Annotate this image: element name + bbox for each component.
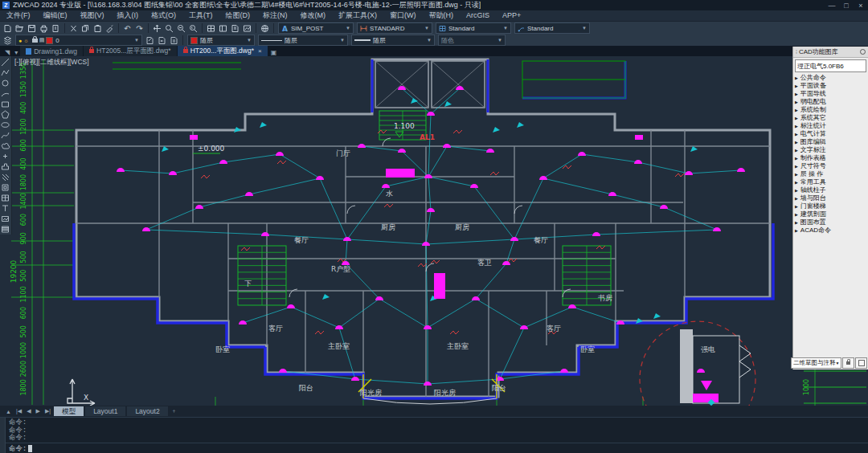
floor-plan-drawing[interactable]: ±0.000 1.100 AL1 19200 1000 X 门厅餐厅厨房厨房餐厅… <box>0 56 868 406</box>
panel-item[interactable]: ▶电气计算 <box>795 130 868 138</box>
library-select[interactable]: 理正电气5.0FB6 <box>795 59 866 72</box>
sheet-set-icon[interactable] <box>229 23 241 34</box>
quickview-icon[interactable]: ▲ <box>3 409 14 414</box>
workspace-switch-button[interactable] <box>855 357 867 369</box>
match-prop-icon[interactable] <box>104 23 116 34</box>
named-viewports-icon[interactable] <box>217 23 229 34</box>
layout-tab-layout1[interactable]: Layout1 <box>85 406 125 416</box>
close-button[interactable]: × <box>854 2 868 10</box>
menu-item[interactable]: ArcGIS <box>460 10 496 21</box>
copy-icon[interactable] <box>80 23 92 34</box>
new-document-icon[interactable]: ▣ <box>268 49 280 56</box>
circle-icon[interactable] <box>0 78 10 88</box>
panel-item[interactable]: ▶系统绘制 <box>795 106 868 114</box>
prev-layout-icon[interactable]: ◀ <box>24 408 33 414</box>
globe-icon[interactable] <box>259 23 271 34</box>
layer-combo[interactable]: ● ☼ ▤ 0 ▼ <box>15 35 142 46</box>
dim-style-combo[interactable]: STANDARD ▼ <box>357 22 432 34</box>
zoom-realtime-icon[interactable] <box>163 23 175 34</box>
mtext-icon[interactable] <box>0 203 10 214</box>
rectangle-icon[interactable] <box>0 99 10 109</box>
document-tab[interactable]: HT2005...层平面图.dwg* <box>84 46 177 56</box>
redo-icon[interactable]: ↷ <box>133 23 145 34</box>
paste-icon[interactable] <box>92 23 104 34</box>
revcloud-icon[interactable] <box>0 141 10 151</box>
panel-item[interactable]: ▶门窗楼梯 <box>795 202 868 210</box>
tab-list-chevron-icon[interactable]: ▾ <box>12 49 20 56</box>
polyline-icon[interactable] <box>0 67 10 78</box>
command-input[interactable]: 命令: <box>6 443 868 453</box>
color-combo[interactable]: 随层 ▼ <box>187 35 255 46</box>
table-style-combo[interactable]: Standard ▼ <box>436 22 511 34</box>
menu-item[interactable]: 格式(O) <box>145 10 182 21</box>
text-style-combo[interactable]: A SIM_POST ▼ <box>278 22 354 34</box>
next-layout-icon[interactable]: ▶ <box>34 408 43 414</box>
menu-item[interactable]: 标注(N) <box>256 10 294 21</box>
workspace-lock-button[interactable] <box>842 357 854 369</box>
workspace-combo[interactable]: 二维草图与注释 ▼ <box>791 357 841 369</box>
image-icon[interactable] <box>0 214 10 224</box>
zoom-window-icon[interactable] <box>175 23 187 34</box>
zoom-previous-icon[interactable] <box>187 23 199 34</box>
panel-item[interactable]: ▶文字标注 <box>795 146 868 154</box>
plot-style-combo[interactable]: 随色 ▼ <box>438 35 506 46</box>
menu-item[interactable]: 插入(I) <box>111 10 145 21</box>
panel-item[interactable]: ▶建筑剖面 <box>795 210 868 218</box>
open-file-icon[interactable] <box>14 23 26 34</box>
cut-icon[interactable] <box>68 23 80 34</box>
tab-menu-icon[interactable]: ◥ <box>2 49 12 56</box>
point-icon[interactable] <box>0 151 10 161</box>
panel-title-bar[interactable]: ⁞ CAD功能图库 <box>793 47 868 58</box>
panel-item[interactable]: ▶墙与阳台 <box>795 194 868 202</box>
lineweight-combo[interactable]: 随层 ▼ <box>351 35 435 46</box>
block-icon[interactable] <box>0 161 10 172</box>
panel-item[interactable]: ▶ACAD命令 <box>795 226 868 235</box>
mleader-style-combo[interactable]: Standard ▼ <box>514 22 590 34</box>
panel-item[interactable]: ▶轴线柱子 <box>795 186 868 194</box>
plot-icon[interactable] <box>38 23 50 34</box>
document-tab[interactable]: HT200...平面图.dwg*× <box>178 46 268 56</box>
menu-item[interactable]: 修改(M) <box>294 10 333 21</box>
preview-icon[interactable] <box>50 23 62 34</box>
pan-icon[interactable] <box>151 23 163 34</box>
panel-item[interactable]: ▶公共命令 <box>795 74 868 82</box>
menu-item[interactable]: 视图(V) <box>74 10 111 21</box>
panel-item[interactable]: ▶图面布置 <box>795 218 868 226</box>
pushpin-icon[interactable] <box>860 49 866 55</box>
panel-item[interactable]: ▶平面导线 <box>795 90 868 98</box>
layer-make-current-button[interactable] <box>144 35 156 46</box>
panel-item[interactable]: ▶层 操 作 <box>795 170 868 178</box>
panel-item[interactable]: ▶弱电配电 <box>795 98 868 106</box>
menu-item[interactable]: 窗口(W) <box>383 10 423 21</box>
command-grip[interactable] <box>0 418 6 453</box>
first-layout-icon[interactable]: |◀ <box>14 408 24 414</box>
polygon-icon[interactable] <box>0 109 10 120</box>
layout-tab-layout2[interactable]: Layout2 <box>127 406 167 416</box>
gradient-icon[interactable] <box>0 224 10 235</box>
layer-states-button[interactable] <box>168 35 180 46</box>
ellipse-icon[interactable] <box>0 120 10 130</box>
close-tab-icon[interactable]: × <box>258 47 262 55</box>
undo-icon[interactable]: ↶ <box>121 23 133 34</box>
viewport-controls[interactable]: [-][俯视][二维线框][WCS] <box>14 58 89 67</box>
menu-item[interactable]: 扩展工具(X) <box>332 10 383 21</box>
save-icon[interactable] <box>26 23 38 34</box>
table-icon[interactable] <box>0 193 10 203</box>
viewports-icon[interactable] <box>205 23 217 34</box>
panel-item[interactable]: ▶制作表格 <box>795 154 868 162</box>
menu-item[interactable]: 工具(T) <box>182 10 219 21</box>
menu-item[interactable]: APP+ <box>496 10 527 21</box>
hatch-icon[interactable] <box>0 172 10 182</box>
panel-item[interactable]: ▶系统其它 <box>795 114 868 122</box>
panel-item[interactable]: ▶常用工具 <box>795 178 868 186</box>
spline-icon[interactable] <box>0 130 10 141</box>
layer-properties-button[interactable] <box>2 35 14 46</box>
panel-item[interactable]: ▶图库编辑 <box>795 138 868 146</box>
menu-item[interactable]: 绘图(D) <box>219 10 257 21</box>
panel-item[interactable]: ▶尺寸符号 <box>795 162 868 170</box>
maximize-button[interactable]: □ <box>839 2 854 10</box>
menu-item[interactable]: 帮助(H) <box>423 10 461 21</box>
panel-item[interactable]: ▶标注统计 <box>795 122 868 130</box>
line-icon[interactable] <box>0 57 10 67</box>
add-layout-icon[interactable]: ＋ <box>169 407 179 415</box>
